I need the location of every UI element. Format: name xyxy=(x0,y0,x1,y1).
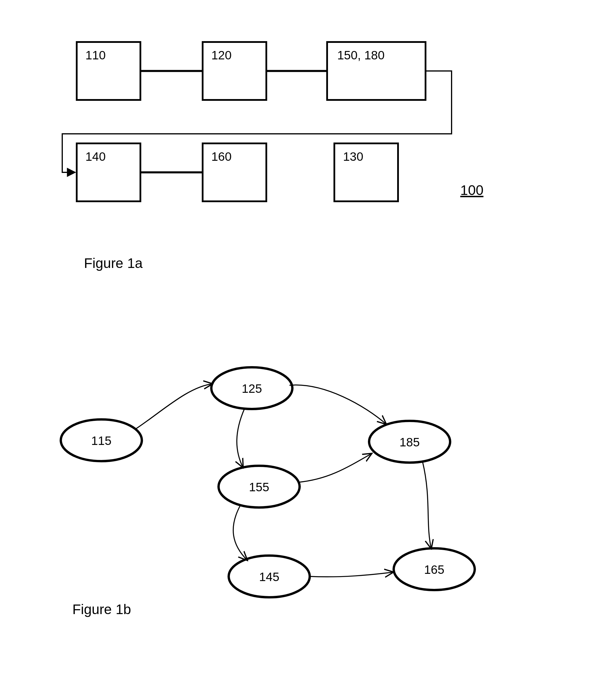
node-125: 125 xyxy=(211,367,292,409)
figure-1b-caption: Figure 1b xyxy=(72,602,131,617)
node-145: 145 xyxy=(229,556,310,597)
edge-125-155 xyxy=(237,408,245,468)
figure-1a-caption: Figure 1a xyxy=(84,255,143,271)
edge-155-185 xyxy=(298,453,372,482)
box-110-label: 110 xyxy=(85,48,106,62)
box-130: 130 xyxy=(334,143,398,201)
node-165: 165 xyxy=(394,548,475,590)
edge-125-185 xyxy=(290,385,386,424)
node-145-label: 145 xyxy=(259,570,279,584)
figure-1a-ref: 100 xyxy=(460,182,483,198)
box-140-label: 140 xyxy=(85,150,106,163)
node-155: 155 xyxy=(218,466,300,507)
figure-1b: 115 125 185 155 145 165 xyxy=(61,367,475,617)
node-155-label: 155 xyxy=(249,480,269,494)
edge-185-165 xyxy=(423,462,431,549)
box-150-180: 150, 180 xyxy=(327,42,426,100)
box-110: 110 xyxy=(77,42,140,100)
node-115-label: 115 xyxy=(91,434,111,448)
figure-1a: 110 120 150, 180 140 160 130 xyxy=(62,42,483,271)
box-150-180-label: 150, 180 xyxy=(337,48,385,62)
node-125-label: 125 xyxy=(242,382,262,395)
diagram-canvas: 110 120 150, 180 140 160 130 xyxy=(0,0,616,681)
box-130-label: 130 xyxy=(343,150,363,163)
box-160: 160 xyxy=(203,143,266,201)
box-120-label: 120 xyxy=(211,48,232,62)
box-140: 140 xyxy=(77,143,140,201)
node-185: 185 xyxy=(369,421,450,462)
node-115: 115 xyxy=(61,420,142,461)
node-185-label: 185 xyxy=(400,435,420,449)
edge-155-145 xyxy=(233,505,247,560)
edge-115-125 xyxy=(136,384,213,429)
node-165-label: 165 xyxy=(424,563,444,576)
box-160-label: 160 xyxy=(211,150,232,163)
box-120: 120 xyxy=(203,42,266,100)
edge-145-165 xyxy=(310,572,394,577)
